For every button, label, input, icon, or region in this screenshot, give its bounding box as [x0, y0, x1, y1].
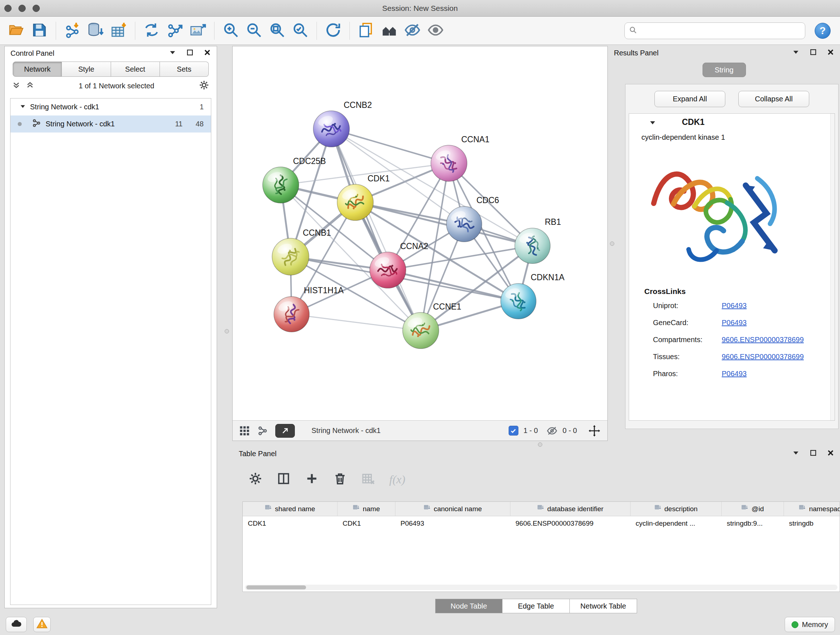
window-minimize-button[interactable]: [19, 5, 26, 12]
column-header-namespace[interactable]: namespace: [784, 502, 840, 516]
string-network-icon[interactable]: [257, 425, 268, 436]
add-column-icon[interactable]: [305, 471, 319, 487]
vertical-splitter-handle[interactable]: [610, 241, 614, 246]
table-cell[interactable]: stringdb: [784, 516, 840, 531]
open-session-button[interactable]: [6, 20, 27, 42]
save-session-button[interactable]: [29, 20, 50, 42]
open-in-window-button[interactable]: [275, 424, 295, 438]
tab-network-table[interactable]: Network Table: [570, 599, 637, 613]
tab-edge-table[interactable]: Edge Table: [502, 599, 570, 613]
memory-button[interactable]: Memory: [785, 617, 835, 632]
network-node-RB1[interactable]: RB1: [515, 217, 561, 264]
network-edge[interactable]: [332, 129, 449, 163]
network-node-CCNB2[interactable]: CCNB2: [313, 100, 372, 147]
zoom-out-button[interactable]: [243, 20, 264, 42]
tab-sets[interactable]: Sets: [160, 62, 209, 77]
crosslink-value[interactable]: P06493: [722, 370, 747, 378]
tab-node-table[interactable]: Node Table: [435, 599, 502, 613]
delete-column-icon[interactable]: [333, 471, 347, 487]
tab-network[interactable]: Network: [13, 62, 62, 77]
column-header-name[interactable]: name: [338, 502, 395, 516]
zoom-in-button[interactable]: [220, 20, 241, 42]
network-node-CCNA1[interactable]: CCNA1: [431, 135, 489, 181]
zoom-fit-button[interactable]: [267, 20, 287, 42]
network-edge[interactable]: [355, 203, 532, 246]
crosslink-value[interactable]: P06493: [722, 318, 747, 327]
table-cell[interactable]: CDK1: [338, 516, 395, 531]
window-zoom-button[interactable]: [33, 5, 40, 12]
window-close-button[interactable]: [4, 5, 11, 12]
copy-document-button[interactable]: [355, 20, 377, 42]
crosslink-value[interactable]: 9606.ENSP00000378699: [722, 353, 804, 361]
tree-expanded-icon[interactable]: [20, 103, 26, 111]
birdseye-grid-icon[interactable]: [239, 425, 250, 436]
import-table-button[interactable]: [108, 20, 129, 42]
scrollbar-thumb[interactable]: [246, 585, 306, 589]
network-edge[interactable]: [292, 314, 421, 331]
crosshair-icon[interactable]: [588, 424, 601, 437]
table-cell[interactable]: 9606.ENSP00000378699: [510, 516, 630, 531]
network-node-CDC25B[interactable]: CDC25B: [263, 157, 326, 203]
panel-close-icon[interactable]: [204, 49, 211, 58]
table-cell[interactable]: CDK1: [243, 516, 338, 531]
column-header-description[interactable]: description: [630, 502, 722, 516]
search-input[interactable]: [640, 27, 801, 35]
table-cell[interactable]: P06493: [395, 516, 510, 531]
network-edge[interactable]: [388, 270, 518, 301]
column-header--id[interactable]: @id: [722, 502, 784, 516]
column-header-database-identifier[interactable]: database identifier: [510, 502, 630, 516]
network-node-CCNB1[interactable]: CCNB1: [272, 228, 331, 275]
import-network-from-database-button[interactable]: [85, 20, 106, 42]
import-network-from-file-button[interactable]: [62, 20, 83, 42]
gear-icon[interactable]: [199, 80, 210, 92]
table-horizontal-scrollbar[interactable]: [245, 585, 837, 590]
cloud-button[interactable]: [6, 617, 27, 632]
table-cell[interactable]: cyclin-dependent ...: [630, 516, 722, 531]
collapse-tree-icon[interactable]: [26, 81, 34, 91]
clone-network-button[interactable]: [141, 20, 162, 42]
selected-count-checkbox[interactable]: [508, 426, 518, 435]
results-scrollbar[interactable]: [830, 114, 835, 420]
section-expanded-icon[interactable]: [649, 119, 656, 127]
vertical-splitter-handle[interactable]: [225, 329, 229, 333]
network-node-CDKN1A[interactable]: CDKN1A: [501, 272, 565, 319]
panel-float-icon[interactable]: [810, 449, 817, 458]
panel-collapse-icon[interactable]: [169, 49, 176, 58]
refresh-button[interactable]: [323, 20, 344, 42]
hide-details-button[interactable]: [402, 20, 423, 42]
table-settings-gear-icon[interactable]: [248, 471, 263, 487]
network-node-HIST1H1A[interactable]: HIST1H1A: [274, 286, 344, 332]
warning-button[interactable]: [33, 617, 51, 632]
expand-tree-icon[interactable]: [12, 81, 21, 91]
help-button[interactable]: ?: [815, 23, 831, 39]
graphics-details-button[interactable]: [379, 20, 400, 42]
network-row[interactable]: String Network - cdk1 11 48: [11, 116, 211, 133]
network-node-CDK1[interactable]: CDK1: [337, 174, 390, 220]
hidden-eye-icon[interactable]: [546, 425, 557, 436]
expand-all-button[interactable]: Expand All: [654, 91, 725, 107]
tab-select[interactable]: Select: [111, 62, 160, 77]
export-image-button[interactable]: [187, 20, 208, 42]
panel-collapse-icon[interactable]: [792, 449, 799, 458]
panel-float-icon[interactable]: [810, 49, 817, 57]
panel-close-icon[interactable]: [827, 449, 834, 458]
network-edge[interactable]: [332, 129, 421, 331]
horizontal-splitter-handle[interactable]: [538, 442, 542, 447]
table-cell[interactable]: stringdb:9...: [722, 516, 784, 531]
table-row[interactable]: CDK1CDK1P064939606.ENSP00000378699cyclin…: [243, 516, 840, 531]
collapse-all-button[interactable]: Collapse All: [738, 91, 809, 107]
crosslink-value[interactable]: P06493: [722, 302, 747, 310]
zoom-selected-button[interactable]: [290, 20, 311, 42]
column-header-canonical-name[interactable]: canonical name: [395, 502, 510, 516]
network-collection-row[interactable]: String Network - cdk1 1: [11, 98, 211, 116]
panel-close-icon[interactable]: [827, 49, 834, 57]
network-canvas[interactable]: CCNB2CCNA1CDC25BCDK1CDC6RB1CCNB1CCNA2CDK…: [233, 46, 607, 420]
crosslink-value[interactable]: 9606.ENSP00000378699: [722, 336, 804, 344]
show-columns-icon[interactable]: [276, 471, 291, 487]
column-header-shared-name[interactable]: shared name: [243, 502, 338, 516]
panel-collapse-icon[interactable]: [792, 49, 799, 57]
tab-style[interactable]: Style: [62, 62, 111, 77]
tab-string[interactable]: String: [703, 63, 746, 77]
panel-float-icon[interactable]: [186, 49, 194, 58]
export-network-button[interactable]: [164, 20, 185, 42]
